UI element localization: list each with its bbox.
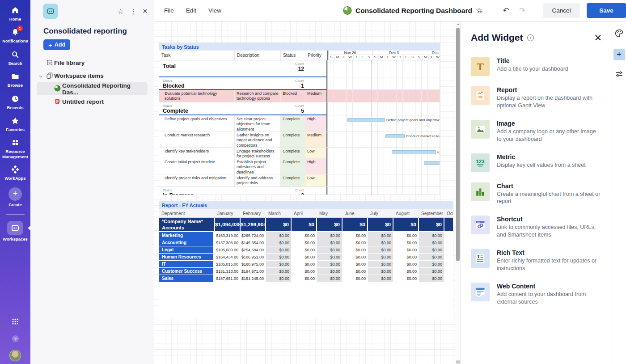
report-row: Sales $187,651.00 $151,245.00 $0.00 $0.0… — [159, 275, 453, 282]
favorite-star-icon[interactable]: ☆ — [476, 6, 482, 15]
tree-item-file-library[interactable]: File library — [37, 56, 148, 69]
report-fy-actuals-widget[interactable]: Report - FY Actuals Department January F… — [159, 201, 453, 319]
widget-option-web-content[interactable]: </> Web Content Add content to your dash… — [471, 283, 602, 306]
chevron-down-icon[interactable] — [39, 74, 43, 78]
gantt-day-label: T — [353, 55, 360, 60]
panel-title: Add Widget — [471, 32, 523, 43]
add-widget-icon[interactable]: + — [613, 49, 625, 60]
tasks-total-row: Total Count12 — [159, 60, 440, 77]
gantt-bar: Identify key stakeholders — [392, 150, 436, 154]
sidebar-item-favorites[interactable]: Favorites — [0, 116, 30, 132]
kebab-menu-icon[interactable]: ⋮ — [130, 7, 137, 16]
dashboard-canvas: Tasks by Status Task Description Status … — [154, 21, 461, 364]
tasks-by-status-widget[interactable]: Tasks by Status Task Description Status … — [159, 42, 440, 195]
department-cell: Sales — [159, 275, 213, 282]
task-description: Gather insights on target audience and c… — [235, 131, 281, 147]
cancel-button[interactable]: Cancel — [543, 3, 580, 18]
widget-option-image[interactable]: Image Add a company logo or any other im… — [471, 120, 602, 143]
widget-option-chart[interactable]: Chart Create a meaningful chart from a s… — [471, 182, 602, 206]
task-priority: High — [305, 158, 327, 174]
save-button[interactable]: Save — [587, 3, 626, 18]
title-widget-icon: T — [471, 57, 490, 76]
sidebar-item-resource-management[interactable]: Resource Management — [0, 138, 30, 159]
report-rows: Marketing $163,319.00 $265,724.00 $0.00 … — [159, 232, 453, 282]
gantt-cell — [326, 158, 440, 174]
info-icon[interactable]: i — [527, 34, 534, 41]
gantt-day-label: S — [410, 55, 416, 60]
menu-bar: File Edit View — [164, 7, 221, 14]
gantt-cell: Identify key stakeholders — [326, 148, 440, 158]
svg-text:</>: </> — [477, 293, 481, 296]
gantt-cell — [326, 60, 440, 77]
theme-palette-icon[interactable] — [614, 29, 624, 40]
task-row: Define project goals and objectives Set … — [159, 115, 440, 131]
task-description: Engage stakeholders for project success — [235, 148, 281, 158]
department-cell: IT — [159, 261, 213, 267]
plus-icon: + — [8, 187, 22, 201]
sidebar-item-search[interactable]: Search — [0, 50, 30, 66]
gantt-day-label: T — [385, 55, 391, 60]
sidebar-item-notifications[interactable]: 1 Notifications — [0, 27, 30, 43]
gantt-cell: Define project goals and objectives — [326, 115, 440, 131]
gantt-bar — [424, 161, 440, 165]
scroll-up-icon[interactable]: ▲ — [455, 22, 461, 25]
help-button[interactable]: ? — [0, 334, 30, 343]
redo-icon[interactable]: ↷ — [514, 6, 530, 15]
workspace-title: Consolidated reporting — [30, 19, 154, 39]
tasks-group-row: StatusIn Progress Count2 — [159, 187, 440, 195]
tasks-group-row: StatusComplete Count5 — [159, 102, 440, 115]
gantt-day-label: W — [435, 55, 440, 60]
gantt-day-label: S — [416, 55, 422, 60]
widget-option-shortcut[interactable]: Shortcut Link to commonly accessed files… — [471, 216, 602, 239]
gantt-cell — [326, 77, 440, 89]
tree-item-dashboard[interactable]: Consolidated Reporting Das... — [37, 82, 148, 95]
task-name: Define project goals and objectives — [159, 115, 235, 131]
task-row: Conduct market research Gather insights … — [159, 131, 440, 148]
sidebar-item-recents[interactable]: Recents — [0, 94, 30, 110]
undo-icon[interactable]: ↶ — [498, 6, 514, 15]
sidebar-item-workapps[interactable]: WorkApps — [0, 165, 30, 181]
scrollbar-thumb[interactable] — [456, 28, 460, 261]
settings-sliders-icon[interactable] — [614, 69, 624, 80]
menu-file[interactable]: File — [164, 7, 174, 14]
create-button[interactable]: + Create — [0, 187, 30, 207]
close-panel-icon[interactable]: × — [143, 6, 148, 16]
sidebar-item-home[interactable]: Home — [0, 5, 30, 21]
gantt-day-label: M — [334, 55, 341, 60]
gantt-bar-label: Conduct market research — [406, 134, 440, 138]
editor-top-bar: File Edit View Consolidated Reporting Da… — [154, 0, 626, 21]
widget-option-metric[interactable]: 123 Metric Display key cell values from … — [471, 153, 602, 172]
gantt-day-label: T — [341, 55, 347, 60]
tasks-group-row: StatusBlocked Count1 — [159, 77, 440, 90]
widget-option-report[interactable]: Report Display a report on the dashboard… — [471, 86, 602, 110]
gantt-day-label: F — [403, 55, 410, 60]
tree-item-untitled-report[interactable]: Untitled report — [37, 95, 148, 108]
task-status: Complete — [281, 174, 305, 186]
report-row: Accounting $137,306.00 $145,354.00 $0.00… — [159, 239, 453, 246]
apps-grid-button[interactable] — [0, 317, 30, 326]
gantt-week-label: Nov 26 — [328, 51, 372, 55]
close-icon[interactable]: ✕ — [594, 33, 602, 42]
web-content-widget-icon: </> — [471, 283, 490, 301]
report-row: IT $185,015.00 $180,975.00 $0.00 $0.00 $… — [159, 261, 453, 268]
tasks-rows: Total Count12 StatusBlocked Count1 — [159, 60, 440, 195]
sidebar-item-browse[interactable]: Browse — [0, 72, 30, 88]
favorite-star-icon[interactable]: ☆ — [118, 7, 124, 16]
add-widget-panel: Add Widget i ✕ T Title Add a title to yo… — [461, 21, 612, 364]
sidebar-item-workspaces[interactable]: Workspaces — [0, 221, 30, 241]
widget-option-title[interactable]: T Title Add a title to your dashboard — [471, 57, 602, 76]
menu-view[interactable]: View — [208, 7, 221, 14]
menu-edit[interactable]: Edit — [186, 7, 196, 14]
scroll-down-icon[interactable] — [456, 360, 460, 364]
add-button[interactable]: +Add — [43, 39, 70, 50]
workspace-panel: ☆ ⋮ × Consolidated reporting +Add File l… — [30, 0, 154, 364]
tree-item-workspace-items[interactable]: Workspace items — [37, 69, 148, 82]
apps-grid-icon — [11, 317, 19, 326]
task-description: Identify and address project risks — [235, 174, 281, 186]
widget-option-rich-text[interactable]: T Rich Text Enter richly formatted text … — [471, 249, 602, 272]
canvas-scrollbar[interactable]: ▲ — [455, 21, 461, 364]
user-avatar[interactable] — [0, 350, 30, 361]
gantt-timeline-header: Nov 26Dec 3Dec 10 SMTWTFSSMTWTFSSMTW — [327, 51, 440, 60]
right-tool-rail: + — [612, 21, 626, 364]
report-summary-row: *Company Name* Accounts $1,094,038 $1,29… — [159, 218, 453, 232]
